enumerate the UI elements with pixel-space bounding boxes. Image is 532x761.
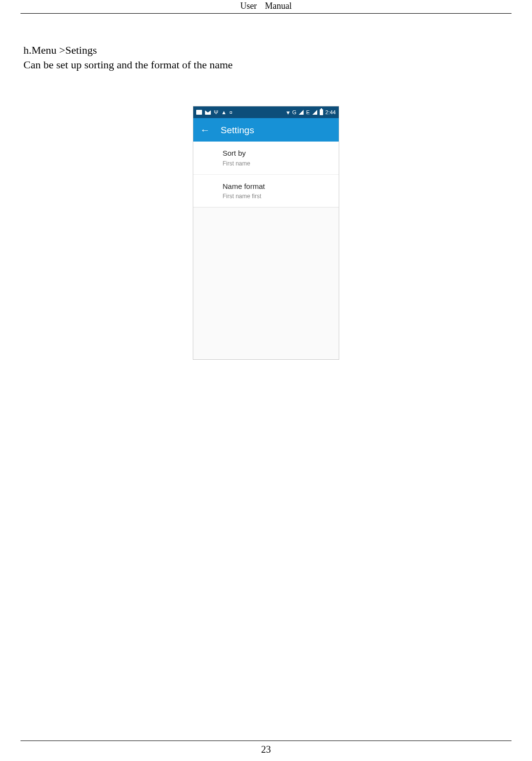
image-icon bbox=[196, 110, 202, 115]
status-bar-right: ▾ G E 2:44 bbox=[286, 109, 336, 116]
warning-icon: ▲ bbox=[221, 109, 226, 116]
settings-item-value: First name bbox=[223, 160, 331, 167]
document-content: h.Menu >Setings Can be set up sorting an… bbox=[0, 14, 532, 360]
status-bar: Ψ ▲ ¤ ▾ G E 2:44 bbox=[193, 106, 339, 118]
screenshot-container: Ψ ▲ ¤ ▾ G E 2:44 ← Settings bbox=[23, 106, 509, 360]
signal-icon-2 bbox=[312, 110, 317, 115]
usb-icon: Ψ bbox=[214, 109, 218, 116]
network-g-label: G bbox=[292, 109, 297, 116]
section-text: Can be set up sorting and the format of … bbox=[23, 58, 509, 72]
footer-divider bbox=[20, 740, 512, 741]
envelope-icon bbox=[205, 110, 211, 115]
header-left: User bbox=[240, 1, 257, 11]
settings-item-title: Sort by bbox=[223, 148, 331, 158]
page-number: 23 bbox=[261, 744, 271, 755]
status-bar-left: Ψ ▲ ¤ bbox=[196, 109, 232, 116]
page-footer: 23 bbox=[0, 740, 532, 755]
signal-icon-1 bbox=[299, 110, 304, 115]
phone-screenshot: Ψ ▲ ¤ ▾ G E 2:44 ← Settings bbox=[193, 106, 339, 360]
network-e-label: E bbox=[306, 109, 309, 116]
back-arrow-icon[interactable]: ← bbox=[200, 125, 210, 135]
page-header: User Manual bbox=[20, 0, 512, 14]
section-heading: h.Menu >Setings bbox=[23, 43, 509, 58]
clock-time: 2:44 bbox=[326, 109, 336, 116]
app-bar: ← Settings bbox=[193, 118, 339, 142]
wifi-icon: ▾ bbox=[286, 109, 290, 116]
header-right: Manual bbox=[265, 1, 292, 11]
settings-item-value: First name first bbox=[223, 192, 331, 200]
app-bar-title: Settings bbox=[221, 124, 254, 137]
settings-item-title: Name format bbox=[223, 182, 331, 191]
settings-item-name-format[interactable]: Name format First name first bbox=[193, 175, 339, 207]
settings-item-sort-by[interactable]: Sort by First name bbox=[193, 142, 339, 174]
battery-icon bbox=[320, 109, 323, 115]
android-icon: ¤ bbox=[229, 109, 232, 116]
settings-list: Sort by First name Name format First nam… bbox=[193, 142, 339, 359]
